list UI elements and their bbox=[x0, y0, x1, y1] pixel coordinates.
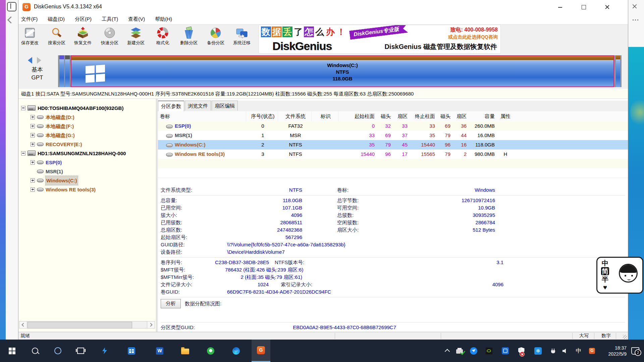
taskbar-app-flash[interactable] bbox=[95, 340, 114, 362]
menu-tools[interactable]: 工具(T) bbox=[102, 16, 118, 22]
table-row-windows-c-selected[interactable]: Windows(C:) 2 NTFS 35 79 45 15440 96 16 … bbox=[158, 140, 628, 149]
prev-disk-icon[interactable] bbox=[28, 57, 32, 64]
notification-icon: 2 bbox=[631, 347, 639, 355]
expand-icon[interactable] bbox=[31, 115, 35, 119]
tab-sector-edit[interactable]: 扇区编辑 bbox=[212, 101, 238, 111]
back-arrow-icon[interactable] bbox=[7, 16, 14, 23]
expand-icon[interactable] bbox=[31, 124, 35, 128]
close-button[interactable] bbox=[597, 0, 617, 14]
tray-printer[interactable] bbox=[453, 340, 466, 362]
detail-label: 文件系统类型: bbox=[161, 186, 225, 194]
tray-intel-graphics[interactable] bbox=[499, 340, 511, 362]
quick-partition-button[interactable]: 快速分区 bbox=[97, 26, 123, 53]
ime-chinese-indicator[interactable]: 中 bbox=[602, 259, 608, 267]
search-partition-button[interactable]: 搜索分区 bbox=[44, 26, 70, 53]
collapse-icon[interactable] bbox=[21, 106, 25, 110]
table-row-esp[interactable]: ESP(0) 0 FAT32 0 32 33 33 69 36 260.0MB bbox=[158, 121, 628, 131]
tray-ime[interactable]: 中 bbox=[573, 340, 584, 362]
expand-icon[interactable] bbox=[31, 142, 35, 146]
taskbar-app-edge[interactable] bbox=[227, 340, 246, 362]
partition-table-type: 基本 bbox=[18, 66, 56, 73]
recover-files-button[interactable]: 恢复文件 bbox=[70, 26, 96, 53]
task-view-button[interactable] bbox=[71, 340, 90, 362]
taskbar-app-browser[interactable] bbox=[201, 340, 220, 362]
resize-grip[interactable] bbox=[623, 335, 627, 339]
analyze-button[interactable]: 分析 bbox=[161, 299, 181, 308]
partition-bar-windows-c[interactable]: Windows(C:) NTFS 118.0GB bbox=[71, 55, 614, 87]
background-window-icon[interactable] bbox=[7, 2, 16, 11]
taskbar-app-word[interactable] bbox=[150, 340, 169, 362]
tree-item-hd0[interactable]: HD0:TOSHIBAMQ04ABF100(932GB) bbox=[21, 103, 123, 112]
tray-expand-button[interactable] bbox=[442, 340, 452, 362]
ime-halfwidth-indicator[interactable]: 半 bbox=[602, 275, 608, 283]
expand-icon[interactable] bbox=[31, 160, 35, 165]
taskbar-file-explorer[interactable] bbox=[176, 340, 195, 362]
ad-banner[interactable]: 数 据 丢 了 怎 么 办 ！ DiskGenius专业版 致电: 400-00… bbox=[259, 25, 501, 54]
minimize-button[interactable] bbox=[550, 0, 570, 14]
menu-file[interactable]: 文件(F) bbox=[21, 16, 38, 22]
maximize-button[interactable] bbox=[574, 0, 593, 14]
action-center-button[interactable]: 2 bbox=[629, 340, 642, 362]
tab-browse-files[interactable]: 浏览文件 bbox=[185, 101, 211, 111]
tree-item-recovery-e[interactable]: RECOVERY(E:) bbox=[31, 139, 82, 148]
new-partition-button[interactable]: 新建分区 bbox=[123, 26, 149, 53]
tree-item-local-d[interactable]: 本地磁盘(D:) bbox=[31, 112, 74, 121]
tray-snowflake-app[interactable] bbox=[532, 340, 544, 362]
menu-help[interactable]: 帮助(H) bbox=[155, 16, 172, 22]
next-disk-icon[interactable] bbox=[37, 57, 41, 64]
tree-item-hd1[interactable]: HD1:SAMSUNGMZNLN128HAHQ-000 bbox=[21, 148, 126, 157]
tray-defender[interactable] bbox=[515, 340, 527, 362]
partition-bar-msr[interactable] bbox=[65, 55, 70, 87]
menu-disk[interactable]: 磁盘(D) bbox=[48, 16, 65, 22]
taskbar-app-store[interactable] bbox=[122, 340, 141, 362]
tab-partition-params[interactable]: 分区参数 bbox=[158, 101, 184, 111]
search-icon bbox=[50, 26, 63, 39]
tree-item-esp[interactable]: ESP(0) bbox=[31, 157, 62, 166]
partition-bar-re-tools[interactable] bbox=[616, 55, 620, 87]
expand-icon[interactable] bbox=[31, 133, 35, 137]
volume-icon bbox=[37, 170, 44, 173]
cortana-button[interactable] bbox=[48, 340, 67, 362]
ad-qq-link[interactable]: 或点击此处选择QQ咨询 bbox=[448, 34, 498, 40]
tray-nvidia[interactable] bbox=[483, 340, 495, 362]
scrollbar-thumb[interactable] bbox=[28, 322, 132, 328]
taskbar-app-diskgenius-active[interactable] bbox=[252, 340, 270, 362]
table-row-msr[interactable]: MSR(1) 1 MSR 33 69 37 35 79 44 16.0MB bbox=[158, 131, 628, 140]
store-icon bbox=[128, 347, 135, 355]
tree-item-local-g[interactable]: 本地磁盘(G:) bbox=[31, 130, 75, 139]
backup-partition-button[interactable]: 备份分区 bbox=[203, 26, 229, 53]
tree-item-local-f[interactable]: 本地磁盘(F:) bbox=[31, 121, 74, 130]
scroll-left-icon[interactable] bbox=[19, 321, 27, 328]
tray-power[interactable] bbox=[548, 340, 558, 362]
table-row-empty bbox=[158, 159, 628, 168]
tray-dingtalk[interactable] bbox=[468, 340, 480, 362]
save-changes-button[interactable]: 保存更改 bbox=[18, 26, 43, 53]
ime-status-widget[interactable]: 中 简 半 ♥ bbox=[596, 257, 643, 294]
disk-icon bbox=[28, 150, 36, 156]
format-button[interactable]: 格式化 bbox=[150, 26, 176, 53]
ime-simplified-indicator[interactable]: 简 bbox=[601, 267, 609, 275]
tray-diskgenius[interactable] bbox=[586, 340, 598, 362]
taskbar-clock[interactable]: 18:37 2022/5/9 bbox=[599, 340, 627, 362]
system-migration-button[interactable]: 系统迁移 bbox=[229, 26, 255, 53]
collapse-icon[interactable] bbox=[21, 151, 25, 156]
menu-partition[interactable]: 分区(P) bbox=[75, 16, 92, 22]
scroll-right-icon[interactable] bbox=[147, 321, 155, 328]
expand-icon[interactable] bbox=[31, 178, 35, 183]
backup-icon bbox=[209, 26, 222, 39]
table-row-windows-re[interactable]: Windows RE tools(3) 3 NTFS 15440 96 17 1… bbox=[158, 149, 628, 159]
tree-horizontal-scrollbar[interactable] bbox=[19, 321, 155, 328]
partition-bar-esp[interactable] bbox=[59, 55, 64, 87]
more-options-icon[interactable] bbox=[633, 19, 639, 21]
expand-icon[interactable] bbox=[31, 187, 35, 192]
taskbar-search-button[interactable] bbox=[25, 340, 44, 362]
close-icon[interactable] bbox=[632, 4, 637, 9]
tree-item-windows-re[interactable]: Windows RE tools(3) bbox=[31, 184, 96, 193]
menu-view[interactable]: 查看(V) bbox=[128, 16, 145, 22]
start-button[interactable] bbox=[3, 340, 21, 362]
tree-item-windows-c[interactable]: Windows(C:) bbox=[31, 175, 78, 184]
delete-partition-button[interactable]: 删除分区 bbox=[176, 26, 202, 53]
tree-item-msr[interactable]: MSR(1) bbox=[31, 166, 63, 175]
browser-icon bbox=[207, 347, 214, 355]
tray-volume[interactable] bbox=[560, 340, 571, 362]
